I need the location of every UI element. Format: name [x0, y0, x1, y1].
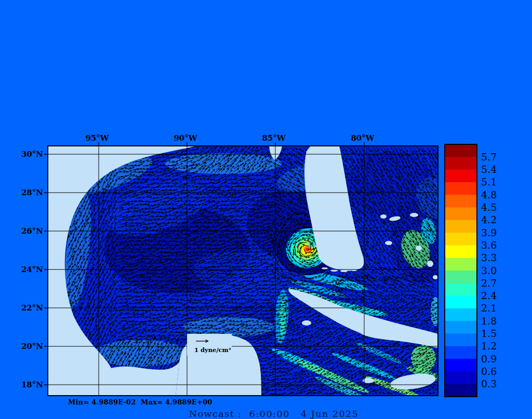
colorbar-segment	[445, 308, 477, 321]
lon-tick-label: 90°W	[174, 133, 197, 143]
colorbar-segment	[445, 170, 477, 183]
colorbar-tick-label: 1.5	[481, 328, 497, 339]
colorbar-segment	[445, 233, 477, 246]
reference-vector-legend: 1 dyne/cm²	[187, 334, 232, 356]
bahama-bank-1	[380, 214, 387, 219]
lat-tick-label: 22°N	[21, 303, 43, 313]
colorbar-tick-label: 5.1	[481, 176, 497, 187]
colorbar-segment	[445, 334, 477, 347]
colorbar-segment	[445, 359, 477, 372]
colorbar-tick-label: 3.9	[481, 227, 497, 238]
colorbar-segment	[445, 346, 477, 359]
bahama-bank-6	[427, 261, 433, 267]
colorbar-segment	[445, 208, 477, 221]
colorbar-tick-label: 0.9	[481, 353, 497, 364]
gulf-map: 1 dyne/cm²	[45, 141, 453, 406]
lon-tick-label: 95°W	[85, 133, 109, 143]
florida-keys-2	[330, 269, 338, 272]
bahama-bank-3	[410, 213, 418, 217]
colorbar-tick-label: 3.0	[481, 265, 497, 276]
lat-tick-label: 24°N	[21, 265, 43, 274]
colorbar-segment	[445, 157, 477, 170]
colorbar-segment	[445, 296, 477, 309]
colorbar-segment	[445, 195, 477, 208]
colorbar-segment	[445, 384, 477, 397]
colorbar-segment	[445, 283, 477, 296]
colorbar-segment	[445, 245, 477, 258]
colorbar-segment	[445, 144, 477, 157]
colorbar-tick-label: 5.4	[481, 164, 497, 175]
colorbar-segment	[445, 271, 477, 283]
colorbar-segment	[445, 258, 477, 271]
florida-keys-1	[322, 267, 328, 269]
lon-tick-label: 85°W	[262, 133, 286, 143]
lat-tick-label: 18°N	[21, 380, 43, 389]
colorbar-tick-label: 4.8	[481, 189, 497, 200]
colorbar-tick-label: 2.1	[481, 302, 497, 314]
colorbar-tick-label: 4.2	[481, 214, 497, 225]
colorbar-tick-label: 2.4	[481, 290, 497, 301]
colorbar-tick-label: 0.6	[481, 366, 497, 377]
colorbar-tick-label: 3.6	[481, 239, 497, 251]
colorbar-segment	[445, 321, 477, 334]
lat-tick-label: 28°N	[21, 188, 43, 197]
colorbar-tick-label: 1.2	[481, 340, 497, 352]
lat-tick-label: 26°N	[21, 226, 43, 236]
colorbar-tick-label: 1.8	[481, 315, 497, 327]
bahama-bank-5	[416, 246, 422, 251]
lat-tick-label: 30°N	[21, 150, 43, 159]
bahama-bank-4	[385, 241, 392, 245]
florida-keys-3	[340, 270, 348, 272]
colorbar-segment	[445, 371, 477, 384]
colorbar-tick-label: 5.7	[481, 151, 497, 163]
lon-tick-label: 80°W	[351, 133, 375, 143]
reference-vector-label: 1 dyne/cm²	[194, 346, 231, 354]
colorbar-tick-label: 2.7	[481, 277, 497, 289]
plot-title: Nowcast : 6:00:00 4 Jun 2025	[189, 409, 359, 419]
screenshot-stage: 1 dyne/cm² 95°W90°W85°W80°W30°N28°N26°N2…	[0, 0, 532, 419]
lat-tick-label: 20°N	[21, 342, 43, 351]
nowcast-plot: 1 dyne/cm² 95°W90°W85°W80°W30°N28°N26°N2…	[0, 0, 532, 419]
colorbar-tick-label: 3.3	[481, 252, 497, 263]
colorbar: 5.75.45.14.84.54.23.93.63.33.02.72.42.11…	[445, 144, 497, 397]
colorbar-tick-label: 0.3	[481, 378, 497, 389]
bahama-bank-7	[433, 275, 438, 279]
colorbar-segment	[445, 220, 477, 233]
minmax-annotation: Min= 4.9889E-02 Max= 4.9889E+00	[68, 398, 212, 406]
colorbar-segment	[445, 182, 477, 195]
isla-juventud	[302, 320, 311, 326]
colorbar-tick-label: 4.5	[481, 201, 497, 213]
